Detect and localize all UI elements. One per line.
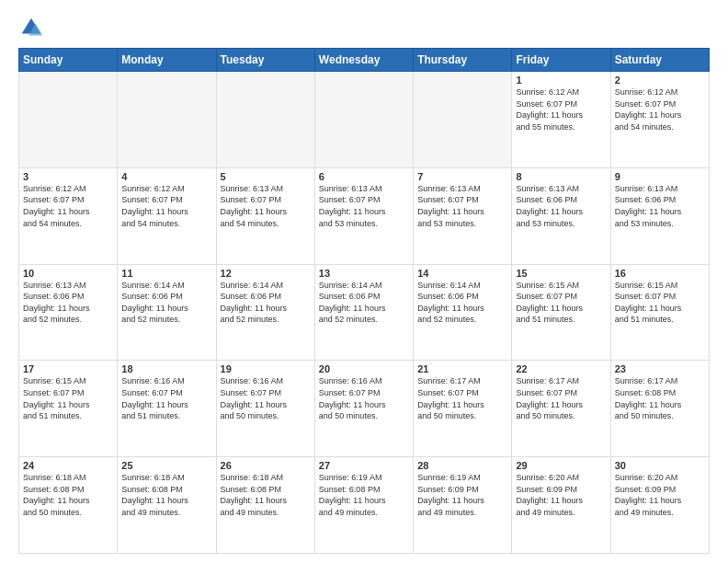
calendar-table: SundayMondayTuesdayWednesdayThursdayFrid… — [18, 48, 710, 554]
day-info: Sunrise: 6:14 AM Sunset: 6:06 PM Dayligh… — [319, 280, 409, 326]
day-number: 1 — [516, 75, 606, 86]
day-info: Sunrise: 6:13 AM Sunset: 6:07 PM Dayligh… — [319, 183, 409, 229]
day-number: 26 — [221, 460, 311, 471]
calendar-header-monday: Monday — [118, 49, 216, 72]
day-number: 21 — [417, 363, 507, 374]
day-info: Sunrise: 6:16 AM Sunset: 6:07 PM Dayligh… — [121, 375, 211, 421]
calendar-cell: 6Sunrise: 6:13 AM Sunset: 6:07 PM Daylig… — [314, 167, 413, 264]
header — [18, 15, 710, 40]
day-info: Sunrise: 6:12 AM Sunset: 6:07 PM Dayligh… — [615, 86, 705, 132]
day-info: Sunrise: 6:18 AM Sunset: 6:08 PM Dayligh… — [121, 472, 211, 518]
calendar-cell: 11Sunrise: 6:14 AM Sunset: 6:06 PM Dayli… — [118, 264, 216, 361]
day-info: Sunrise: 6:16 AM Sunset: 6:07 PM Dayligh… — [319, 375, 409, 421]
day-info: Sunrise: 6:13 AM Sunset: 6:06 PM Dayligh… — [516, 183, 606, 229]
calendar-week-4: 17Sunrise: 6:15 AM Sunset: 6:07 PM Dayli… — [19, 361, 710, 457]
day-number: 23 — [615, 363, 705, 374]
day-number: 5 — [221, 171, 311, 182]
calendar-cell: 21Sunrise: 6:17 AM Sunset: 6:07 PM Dayli… — [414, 361, 512, 457]
day-info: Sunrise: 6:14 AM Sunset: 6:06 PM Dayligh… — [121, 280, 211, 326]
calendar-cell: 18Sunrise: 6:16 AM Sunset: 6:07 PM Dayli… — [118, 361, 216, 457]
calendar-cell: 9Sunrise: 6:13 AM Sunset: 6:06 PM Daylig… — [610, 167, 709, 264]
calendar-cell: 4Sunrise: 6:12 AM Sunset: 6:07 PM Daylig… — [118, 167, 216, 264]
day-number: 7 — [417, 171, 507, 182]
calendar-header-friday: Friday — [512, 49, 610, 72]
calendar-cell: 17Sunrise: 6:15 AM Sunset: 6:07 PM Dayli… — [19, 361, 118, 457]
day-info: Sunrise: 6:13 AM Sunset: 6:07 PM Dayligh… — [417, 183, 507, 229]
day-number: 11 — [121, 268, 211, 279]
calendar-cell: 22Sunrise: 6:17 AM Sunset: 6:07 PM Dayli… — [512, 361, 610, 457]
calendar-cell — [216, 72, 314, 168]
calendar-week-2: 3Sunrise: 6:12 AM Sunset: 6:07 PM Daylig… — [19, 167, 710, 264]
day-number: 12 — [221, 268, 311, 279]
calendar-cell: 30Sunrise: 6:20 AM Sunset: 6:09 PM Dayli… — [610, 457, 709, 554]
calendar-cell: 5Sunrise: 6:13 AM Sunset: 6:07 PM Daylig… — [216, 167, 314, 264]
day-number: 3 — [23, 171, 113, 182]
day-info: Sunrise: 6:14 AM Sunset: 6:06 PM Dayligh… — [221, 280, 311, 326]
calendar-cell — [414, 72, 512, 168]
day-info: Sunrise: 6:12 AM Sunset: 6:07 PM Dayligh… — [121, 183, 211, 229]
day-info: Sunrise: 6:13 AM Sunset: 6:06 PM Dayligh… — [615, 183, 705, 229]
page: SundayMondayTuesdayWednesdayThursdayFrid… — [0, 0, 728, 563]
calendar-cell — [314, 72, 413, 168]
calendar-cell: 2Sunrise: 6:12 AM Sunset: 6:07 PM Daylig… — [610, 72, 709, 168]
day-number: 16 — [615, 268, 705, 279]
calendar-cell: 20Sunrise: 6:16 AM Sunset: 6:07 PM Dayli… — [314, 361, 413, 457]
calendar-header-saturday: Saturday — [610, 49, 709, 72]
calendar-cell: 19Sunrise: 6:16 AM Sunset: 6:07 PM Dayli… — [216, 361, 314, 457]
calendar-header-sunday: Sunday — [19, 49, 118, 72]
day-number: 8 — [516, 171, 606, 182]
calendar-cell: 25Sunrise: 6:18 AM Sunset: 6:08 PM Dayli… — [118, 457, 216, 554]
day-info: Sunrise: 6:17 AM Sunset: 6:07 PM Dayligh… — [417, 375, 507, 421]
day-number: 20 — [319, 363, 409, 374]
day-number: 9 — [615, 171, 705, 182]
day-number: 4 — [121, 171, 211, 182]
calendar-cell: 10Sunrise: 6:13 AM Sunset: 6:06 PM Dayli… — [19, 264, 118, 361]
day-number: 13 — [319, 268, 409, 279]
day-info: Sunrise: 6:13 AM Sunset: 6:06 PM Dayligh… — [23, 280, 113, 326]
calendar-cell: 14Sunrise: 6:14 AM Sunset: 6:06 PM Dayli… — [414, 264, 512, 361]
day-info: Sunrise: 6:19 AM Sunset: 6:09 PM Dayligh… — [417, 472, 507, 518]
calendar-cell: 13Sunrise: 6:14 AM Sunset: 6:06 PM Dayli… — [314, 264, 413, 361]
day-info: Sunrise: 6:20 AM Sunset: 6:09 PM Dayligh… — [615, 472, 705, 518]
day-number: 2 — [615, 75, 705, 86]
calendar-header-tuesday: Tuesday — [216, 49, 314, 72]
calendar-cell: 7Sunrise: 6:13 AM Sunset: 6:07 PM Daylig… — [414, 167, 512, 264]
day-number: 6 — [319, 171, 409, 182]
day-number: 10 — [23, 268, 113, 279]
day-info: Sunrise: 6:15 AM Sunset: 6:07 PM Dayligh… — [615, 280, 705, 326]
day-number: 25 — [121, 460, 211, 471]
calendar-cell: 16Sunrise: 6:15 AM Sunset: 6:07 PM Dayli… — [610, 264, 709, 361]
day-number: 14 — [417, 268, 507, 279]
day-info: Sunrise: 6:18 AM Sunset: 6:08 PM Dayligh… — [23, 472, 113, 518]
day-number: 17 — [23, 363, 113, 374]
calendar-cell: 24Sunrise: 6:18 AM Sunset: 6:08 PM Dayli… — [19, 457, 118, 554]
calendar-cell: 23Sunrise: 6:17 AM Sunset: 6:08 PM Dayli… — [610, 361, 709, 457]
day-number: 28 — [417, 460, 507, 471]
calendar-cell: 8Sunrise: 6:13 AM Sunset: 6:06 PM Daylig… — [512, 167, 610, 264]
calendar-header-wednesday: Wednesday — [314, 49, 413, 72]
calendar-cell: 28Sunrise: 6:19 AM Sunset: 6:09 PM Dayli… — [414, 457, 512, 554]
logo-icon — [18, 15, 44, 40]
day-info: Sunrise: 6:16 AM Sunset: 6:07 PM Dayligh… — [221, 375, 311, 421]
day-info: Sunrise: 6:15 AM Sunset: 6:07 PM Dayligh… — [516, 280, 606, 326]
calendar-cell: 26Sunrise: 6:18 AM Sunset: 6:08 PM Dayli… — [216, 457, 314, 554]
calendar-week-5: 24Sunrise: 6:18 AM Sunset: 6:08 PM Dayli… — [19, 457, 710, 554]
day-info: Sunrise: 6:15 AM Sunset: 6:07 PM Dayligh… — [23, 375, 113, 421]
calendar-week-3: 10Sunrise: 6:13 AM Sunset: 6:06 PM Dayli… — [19, 264, 710, 361]
calendar-cell: 1Sunrise: 6:12 AM Sunset: 6:07 PM Daylig… — [512, 72, 610, 168]
calendar-cell: 3Sunrise: 6:12 AM Sunset: 6:07 PM Daylig… — [19, 167, 118, 264]
day-info: Sunrise: 6:12 AM Sunset: 6:07 PM Dayligh… — [23, 183, 113, 229]
day-number: 18 — [121, 363, 211, 374]
logo — [18, 15, 48, 40]
calendar-cell — [118, 72, 216, 168]
calendar-week-1: 1Sunrise: 6:12 AM Sunset: 6:07 PM Daylig… — [19, 72, 710, 168]
day-number: 29 — [516, 460, 606, 471]
day-info: Sunrise: 6:14 AM Sunset: 6:06 PM Dayligh… — [417, 280, 507, 326]
day-number: 19 — [221, 363, 311, 374]
day-info: Sunrise: 6:17 AM Sunset: 6:08 PM Dayligh… — [615, 375, 705, 421]
day-info: Sunrise: 6:13 AM Sunset: 6:07 PM Dayligh… — [221, 183, 311, 229]
calendar-cell: 29Sunrise: 6:20 AM Sunset: 6:09 PM Dayli… — [512, 457, 610, 554]
day-number: 22 — [516, 363, 606, 374]
calendar-cell: 27Sunrise: 6:19 AM Sunset: 6:08 PM Dayli… — [314, 457, 413, 554]
day-number: 24 — [23, 460, 113, 471]
